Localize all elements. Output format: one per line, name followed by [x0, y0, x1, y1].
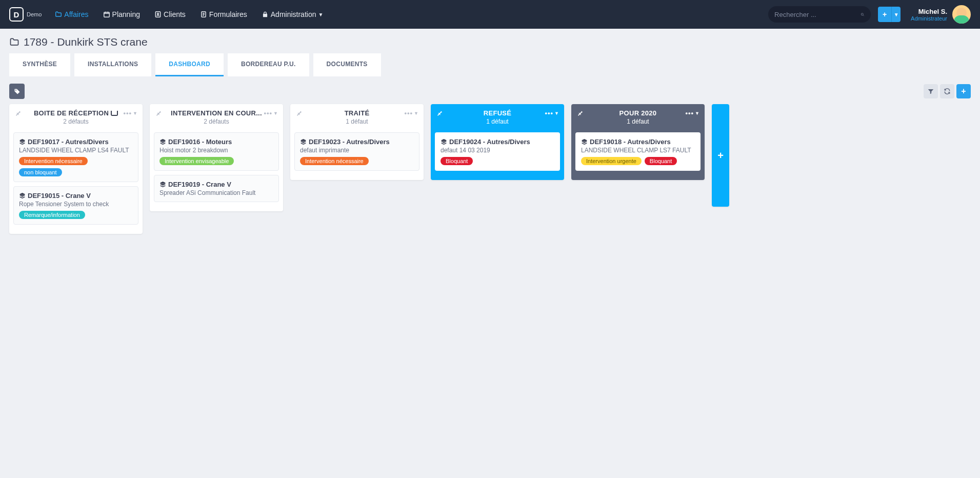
status-badge: Intervention urgente: [581, 157, 642, 165]
card-description: LANDSIDE WHEEL CLAMP LS4 FAULT: [19, 147, 133, 154]
status-badge: Intervention nécessaire: [300, 157, 369, 165]
plus-icon: +: [961, 87, 966, 96]
demo-label: Demo: [27, 11, 42, 17]
nav-planning[interactable]: Planning: [103, 10, 141, 18]
column-menu[interactable]: ••• ▼: [404, 109, 418, 117]
svg-rect-0: [104, 12, 109, 17]
package-icon: [159, 138, 166, 145]
package-icon: [300, 138, 307, 145]
kanban-card[interactable]: DEF19015 - Crane VRope Tensioner System …: [13, 186, 138, 225]
column-subtitle: 1 défaut: [436, 118, 559, 125]
app-logo[interactable]: D: [9, 7, 24, 22]
inbox-icon: [111, 111, 118, 116]
package-icon: [441, 138, 447, 145]
refresh-button[interactable]: [940, 84, 954, 98]
card-title: DEF19023 - Autres/Divers: [309, 138, 390, 146]
filter-button[interactable]: [924, 84, 938, 98]
tab-synthese[interactable]: SYNTHÈSE: [9, 53, 70, 76]
status-badge: Bloquant: [645, 157, 677, 165]
column-menu[interactable]: ••• ▼: [685, 109, 699, 117]
kanban-card[interactable]: DEF19017 - Autres/DiversLANDSIDE WHEEL C…: [13, 132, 138, 182]
ellipsis-icon: •••: [123, 109, 132, 117]
column-menu[interactable]: ••• ▼: [264, 109, 278, 117]
pin-icon[interactable]: [155, 109, 162, 116]
tag-icon: [13, 88, 21, 95]
kanban-column: ••• ▼BOITE DE RÉCEPTION2 défautsDEF19017…: [9, 104, 143, 234]
column-title: TRAITÉ: [345, 109, 370, 117]
ellipsis-icon: •••: [545, 109, 553, 117]
nav-administration[interactable]: Administration ▼: [262, 10, 324, 18]
status-badge: Bloquant: [441, 157, 473, 165]
search-icon[interactable]: [861, 11, 865, 18]
kanban-card[interactable]: DEF19024 - Autres/Diversdefaut 14 03 201…: [435, 132, 560, 171]
status-badge: non bloquant: [19, 168, 62, 176]
nav-affaires[interactable]: Affaires: [55, 10, 88, 18]
pin-icon[interactable]: [576, 109, 584, 116]
user-role: Administrateur: [911, 15, 947, 22]
kanban-column: ••• ▼POUR 20201 défautDEF19018 - Autres/…: [571, 104, 705, 180]
page-title: 1789 - Dunkirk STS crane: [24, 36, 148, 48]
status-badge: Intervention nécessaire: [19, 157, 88, 165]
status-badge: Remarque/information: [19, 211, 85, 219]
global-search[interactable]: [768, 6, 871, 23]
card-title: DEF19016 - Moteurs: [168, 138, 232, 146]
svg-point-2: [157, 13, 159, 14]
kanban-card[interactable]: DEF19016 - MoteursHoist motor 2 breakdow…: [154, 132, 279, 171]
kanban-card[interactable]: DEF19019 - Crane VSpreader ASi Communica…: [154, 175, 279, 202]
nav-affaires-label: Affaires: [64, 10, 88, 18]
chevron-down-icon: ▼: [695, 111, 699, 116]
pin-icon[interactable]: [295, 109, 303, 116]
column-title: POUR 2020: [619, 109, 657, 117]
contacts-icon: [154, 11, 162, 18]
new-item-dropdown[interactable]: + ▼: [878, 7, 901, 22]
card-title: DEF19019 - Crane V: [168, 181, 231, 188]
card-title: DEF19018 - Autres/Divers: [590, 138, 671, 146]
ellipsis-icon: •••: [685, 109, 694, 117]
breadcrumb: 1789 - Dunkirk STS crane: [9, 36, 971, 48]
column-menu[interactable]: ••• ▼: [123, 109, 137, 117]
tab-dashboard[interactable]: DASHBOARD: [155, 53, 224, 76]
tab-bordereau[interactable]: BORDEREAU P.U.: [228, 53, 309, 76]
add-column-button[interactable]: +: [712, 104, 729, 207]
plus-icon: +: [717, 150, 724, 162]
ellipsis-icon: •••: [404, 109, 413, 117]
tab-documents[interactable]: DOCUMENTS: [313, 53, 381, 76]
tab-bar: SYNTHÈSE INSTALLATIONS DASHBOARD BORDERE…: [9, 53, 971, 76]
chevron-down-icon: ▼: [133, 111, 137, 116]
card-description: defaut 14 03 2019: [441, 147, 554, 154]
search-input[interactable]: [774, 11, 861, 18]
kanban-card[interactable]: DEF19018 - Autres/DiversLANDSIDE WHEEL C…: [575, 132, 701, 171]
user-menu[interactable]: Michel S. Administrateur: [911, 5, 971, 24]
filter-icon: [927, 88, 934, 95]
refresh-icon: [944, 88, 951, 95]
pin-icon[interactable]: [14, 109, 22, 116]
kanban-column: ••• ▼TRAITÉ1 défautDEF19023 - Autres/Div…: [290, 104, 424, 180]
pin-icon[interactable]: [436, 109, 443, 116]
kanban-column: ••• ▼REFUSÉ1 défautDEF19024 - Autres/Div…: [431, 104, 564, 180]
form-icon: [200, 11, 207, 18]
column-subtitle: 2 défauts: [155, 118, 278, 125]
nav-clients[interactable]: Clients: [154, 10, 186, 18]
folder-icon: [9, 37, 19, 47]
tab-installations[interactable]: INSTALLATIONS: [74, 53, 151, 76]
avatar[interactable]: [952, 5, 971, 24]
card-title: DEF19024 - Autres/Divers: [449, 138, 530, 146]
plus-icon[interactable]: +: [878, 7, 891, 22]
card-title: DEF19017 - Autres/Divers: [28, 138, 109, 146]
card-description: Rope Tensioner System to check: [19, 201, 133, 208]
package-icon: [19, 138, 26, 145]
card-description: Spreader ASi Communication Fault: [159, 189, 273, 196]
card-description: Hoist motor 2 breakdown: [159, 147, 273, 154]
nav-formulaires[interactable]: Formulaires: [200, 10, 247, 18]
tag-filter-button[interactable]: [9, 84, 25, 99]
kanban-board: ••• ▼BOITE DE RÉCEPTION2 défautsDEF19017…: [0, 104, 980, 249]
folder-icon: [55, 11, 62, 18]
kanban-card[interactable]: DEF19023 - Autres/Diversdefaut imprimant…: [294, 132, 419, 171]
card-title: DEF19015 - Crane V: [28, 192, 91, 200]
column-title: REFUSÉ: [484, 109, 512, 117]
add-column-button-top[interactable]: +: [956, 84, 971, 98]
column-menu[interactable]: ••• ▼: [545, 109, 559, 117]
chevron-down-icon[interactable]: ▼: [891, 7, 901, 22]
chevron-down-icon: ▼: [554, 111, 559, 116]
chevron-down-icon: ▼: [318, 12, 323, 17]
